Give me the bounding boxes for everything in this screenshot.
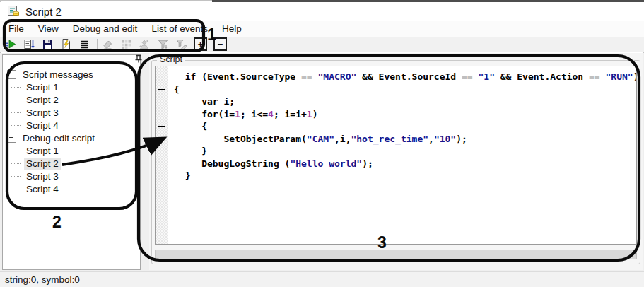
- tree-group-label: Script messages: [21, 69, 95, 81]
- tree-group-debug-edit-script[interactable]: Debug-edit script: [6, 131, 139, 144]
- menu-item-list-of-events[interactable]: List of events: [144, 21, 215, 36]
- code-editor[interactable]: if (Event.SourceType == "MACRO" && Event…: [155, 66, 637, 245]
- execute-script-icon[interactable]: [60, 38, 72, 50]
- title-bar: Script 2: [0, 2, 644, 20]
- tree-item-debug-edit-script-script-4[interactable]: Script 4: [6, 182, 139, 195]
- horizontal-scrollbar[interactable]: [155, 250, 637, 259]
- tree-item-debug-edit-script-script-3[interactable]: Script 3: [6, 170, 139, 182]
- eraser-icon: [102, 38, 114, 50]
- fold-collapse-marker[interactable]: [158, 89, 165, 90]
- collapse-icon[interactable]: [7, 70, 16, 79]
- code-line: var i;: [174, 95, 637, 108]
- tree-item-label: Script 4: [24, 183, 61, 195]
- sparkle-icon: [139, 38, 151, 50]
- grid-icon: [120, 38, 132, 50]
- pushpin-icon[interactable]: [134, 54, 143, 64]
- app-icon: [7, 5, 20, 18]
- script-tree: Script messagesScript 1Script 2Script 3S…: [6, 68, 139, 195]
- toolbar: +−: [0, 37, 644, 52]
- toolbar-plus-button[interactable]: +: [194, 37, 207, 51]
- panel-splitter[interactable]: [141, 53, 149, 272]
- fold-collapse-marker[interactable]: [158, 126, 165, 127]
- menu-bar: FileViewDebug and editList of eventsHelp: [0, 20, 644, 37]
- code-line: }: [174, 170, 637, 182]
- code-line: {: [174, 120, 637, 133]
- script-groupbox: Script if (Event.SourceType == "MACRO" &…: [151, 60, 640, 264]
- code-line: for(i=1; i<=4; i=i+1): [174, 108, 637, 121]
- code-line: SetObjectParam("CAM",i,"hot_rec_time","1…: [174, 133, 637, 146]
- tree-item-debug-edit-script-script-1[interactable]: Script 1: [6, 144, 139, 157]
- filter-edit-icon: [175, 38, 187, 50]
- status-text: string:0, symbol:0: [5, 274, 80, 285]
- menu-item-view[interactable]: View: [31, 21, 66, 36]
- window-title: Script 2: [25, 6, 62, 18]
- code-line: }: [174, 145, 637, 158]
- script-tree-panel: Script messagesScript 1Script 2Script 3S…: [2, 54, 141, 270]
- tree-group-script-messages[interactable]: Script messages: [6, 68, 139, 81]
- script-order-icon[interactable]: [23, 38, 35, 50]
- menu-item-debug-and-edit[interactable]: Debug and edit: [66, 21, 145, 36]
- groupbox-label: Script: [157, 54, 185, 64]
- script-list-icon[interactable]: [78, 38, 90, 50]
- run-script-icon[interactable]: [5, 38, 17, 50]
- tree-item-script-messages-script-3[interactable]: Script 3: [6, 106, 139, 119]
- toolbar-minus-button[interactable]: −: [213, 37, 227, 51]
- fold-gutter: [156, 66, 168, 244]
- tree-item-label: Script 4: [24, 119, 61, 131]
- menu-item-file[interactable]: File: [1, 21, 31, 36]
- tree-item-script-messages-script-1[interactable]: Script 1: [6, 81, 139, 93]
- tree-item-script-messages-script-4[interactable]: Script 4: [6, 119, 139, 131]
- status-bar: string:0, symbol:0: [0, 271, 644, 287]
- tree-item-label: Script 1: [24, 145, 61, 157]
- code-line: {: [174, 83, 637, 96]
- tree-item-label: Script 3: [24, 107, 61, 119]
- code-line: DebugLogString ("Hello world");: [174, 158, 637, 170]
- toolbar-separator: [97, 39, 98, 50]
- tree-item-label: Script 3: [24, 170, 61, 182]
- tree-item-debug-edit-script-script-2[interactable]: Script 2: [6, 157, 139, 170]
- tree-item-label: Script 2: [24, 94, 61, 106]
- tree-item-script-messages-script-2[interactable]: Script 2: [6, 93, 139, 106]
- main-area: Script messagesScript 1Script 2Script 3S…: [0, 53, 644, 272]
- filter-icon: [157, 38, 169, 50]
- code-text[interactable]: if (Event.SourceType == "MACRO" && Event…: [168, 66, 637, 244]
- menu-item-help[interactable]: Help: [215, 21, 249, 36]
- app-window: Script 2 FileViewDebug and editList of e…: [0, 0, 644, 287]
- tree-item-label: Script 2: [24, 158, 61, 170]
- code-line: if (Event.SourceType == "MACRO" && Event…: [174, 71, 637, 83]
- editor-panel: Script if (Event.SourceType == "MACRO" &…: [149, 53, 643, 270]
- collapse-icon[interactable]: [7, 134, 16, 143]
- tree-item-label: Script 1: [24, 81, 61, 93]
- tree-group-label: Debug-edit script: [21, 132, 97, 144]
- save-icon[interactable]: [42, 38, 54, 50]
